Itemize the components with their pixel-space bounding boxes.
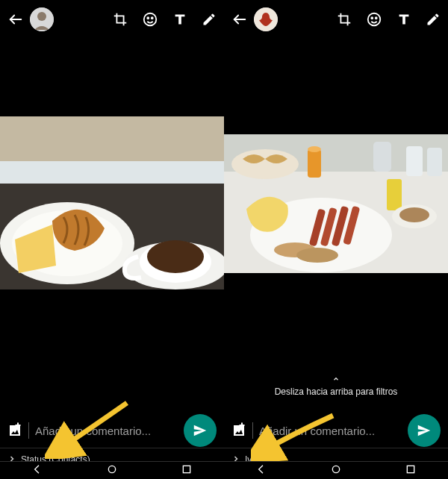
send-button[interactable] xyxy=(184,414,217,447)
svg-point-31 xyxy=(296,248,338,263)
svg-rect-44 xyxy=(407,466,414,472)
emoji-icon[interactable] xyxy=(366,11,382,28)
nav-recent-icon[interactable] xyxy=(181,463,193,478)
svg-rect-33 xyxy=(308,149,321,178)
svg-rect-37 xyxy=(427,148,442,176)
svg-point-43 xyxy=(332,466,339,472)
attached-photo[interactable] xyxy=(224,134,448,273)
svg-rect-35 xyxy=(387,179,402,210)
svg-rect-15 xyxy=(16,425,21,426)
divider xyxy=(252,422,253,439)
send-button[interactable] xyxy=(408,414,441,447)
svg-point-4 xyxy=(147,17,149,19)
svg-point-21 xyxy=(371,17,373,19)
caption-input[interactable]: Añadir un comentario... xyxy=(35,425,178,437)
android-navbar xyxy=(0,461,224,479)
screenshot-left: Añadir un comentario... Status (Contacts… xyxy=(0,0,224,479)
back-arrow-icon[interactable] xyxy=(7,11,24,28)
nav-home-icon[interactable] xyxy=(106,463,118,478)
svg-point-5 xyxy=(152,17,153,19)
avatar[interactable] xyxy=(254,7,278,31)
svg-point-2 xyxy=(37,12,46,21)
editor-topbar xyxy=(0,0,224,39)
pencil-icon[interactable] xyxy=(202,12,217,27)
svg-rect-38 xyxy=(373,142,391,172)
caption-input[interactable]: Añadir un comentario... xyxy=(259,425,402,437)
chevron-up-icon xyxy=(224,375,448,385)
svg-point-32 xyxy=(231,149,299,179)
screenshot-right: Desliza hacia arriba para filtros Añadir… xyxy=(224,0,448,479)
text-tool-icon[interactable] xyxy=(172,11,188,28)
svg-point-40 xyxy=(399,207,429,222)
android-navbar xyxy=(224,461,448,479)
svg-rect-36 xyxy=(406,146,423,176)
crop-rotate-icon[interactable] xyxy=(336,11,352,28)
text-tool-icon[interactable] xyxy=(396,11,412,28)
nav-back-icon[interactable] xyxy=(31,463,43,478)
svg-point-34 xyxy=(308,146,321,152)
svg-point-22 xyxy=(376,17,377,19)
pencil-icon[interactable] xyxy=(426,12,441,27)
caption-row: Añadir un comentario... xyxy=(224,414,448,447)
nav-home-icon[interactable] xyxy=(330,463,342,478)
svg-point-3 xyxy=(144,13,157,26)
divider xyxy=(28,422,29,439)
svg-point-13 xyxy=(147,240,204,273)
crop-rotate-icon[interactable] xyxy=(112,11,128,28)
editor-topbar xyxy=(224,0,448,39)
add-photo-icon[interactable] xyxy=(6,422,24,439)
svg-rect-17 xyxy=(183,466,190,472)
attached-photo[interactable] xyxy=(0,116,224,289)
nav-back-icon[interactable] xyxy=(255,463,267,478)
svg-rect-42 xyxy=(240,425,245,426)
svg-point-20 xyxy=(368,13,381,26)
emoji-icon[interactable] xyxy=(142,11,158,28)
caption-row: Añadir un comentario... xyxy=(0,414,224,447)
back-arrow-icon[interactable] xyxy=(231,11,248,28)
svg-point-16 xyxy=(108,466,115,472)
add-photo-icon[interactable] xyxy=(230,422,248,439)
nav-recent-icon[interactable] xyxy=(405,463,417,478)
avatar[interactable] xyxy=(30,7,54,31)
filters-hint-text: Desliza hacia arriba para filtros xyxy=(275,386,398,397)
filters-hint[interactable]: Desliza hacia arriba para filtros xyxy=(224,375,448,397)
